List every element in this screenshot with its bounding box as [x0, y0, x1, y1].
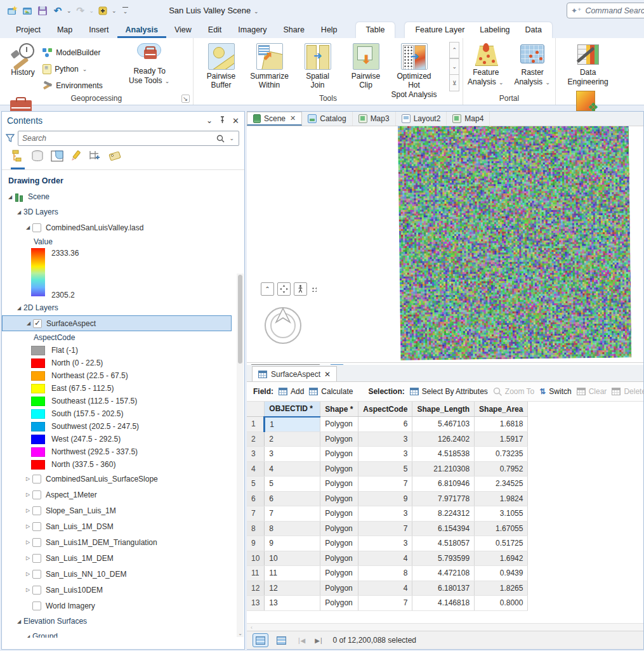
expander-icon[interactable]: ▷	[23, 539, 32, 545]
list-by-labeling-icon[interactable]	[108, 150, 123, 169]
legend-swatch[interactable]	[31, 409, 45, 419]
layer-name[interactable]: San_Luis10DEM	[46, 586, 103, 595]
row-selector[interactable]: 7	[247, 506, 265, 522]
gallery-item-optimized-hot-spot[interactable]: ➔Optimized HotSpot Analysis	[390, 43, 438, 99]
row-selector[interactable]: 3	[247, 447, 265, 462]
legend-swatch[interactable]	[31, 371, 45, 381]
table-corner-cell[interactable]	[247, 402, 265, 417]
legend-swatch[interactable]	[31, 346, 45, 355]
ribbon-tab-data[interactable]: Data	[518, 23, 549, 38]
cell-shapearea[interactable]: 1.6818	[475, 417, 528, 432]
layer-item-san-luis1m-dem-triangulation[interactable]: ▷San_Luis1M_DEM_Triangulation	[2, 534, 235, 550]
add-data-button[interactable]	[96, 3, 110, 18]
cell-objectid[interactable]: 11	[265, 566, 320, 581]
cell-aspectcode[interactable]: 8	[358, 566, 412, 581]
gallery-scroll-down-button[interactable]: ⌄	[449, 58, 459, 75]
table-horizontal-scrollbar[interactable]: ‹	[247, 623, 643, 631]
row-selector[interactable]: 5	[247, 477, 265, 492]
attribute-table-grid[interactable]: OBJECTID *Shape *AspectCodeShape_LengthS…	[247, 402, 643, 631]
row-selector[interactable]: 2	[247, 431, 265, 447]
table-row[interactable]: 1010Polygon45.7935991.6942	[247, 551, 528, 566]
layer-item-san-luis10dem[interactable]: ▷San_Luis10DEM	[2, 582, 235, 598]
cell-shapelength[interactable]: 4.518057	[412, 536, 475, 551]
layer-visibility-checkbox[interactable]	[32, 570, 41, 579]
layer-visibility-checkbox[interactable]	[32, 554, 41, 563]
cell-shapelength[interactable]: 4.472108	[412, 566, 475, 581]
cell-shape[interactable]: Polygon	[320, 477, 358, 492]
gallery-expand-button[interactable]: ⊻	[449, 75, 459, 91]
layer-name[interactable]: Slope_San_Luis_1M	[46, 506, 116, 515]
layer-visibility-checkbox[interactable]	[32, 602, 41, 610]
expander-icon[interactable]: ◢	[15, 619, 23, 624]
table-row[interactable]: 1212Polygon46.1801371.8265	[247, 581, 528, 596]
cell-shapearea[interactable]: 0.8000	[475, 596, 528, 611]
cell-shape[interactable]: Polygon	[320, 491, 358, 506]
ribbon-tab-map[interactable]: Map	[49, 23, 81, 38]
cell-objectid[interactable]: 3	[265, 447, 320, 462]
legend-swatch[interactable]	[31, 384, 45, 393]
cell-objectid[interactable]: 5	[265, 477, 320, 492]
close-pane-icon[interactable]: ✕	[232, 116, 239, 126]
row-selector[interactable]: 8	[247, 521, 265, 536]
view-tab-map4[interactable]: Map4	[447, 112, 490, 126]
layer-item-aspect-1meter[interactable]: ▷Aspect_1Meter	[2, 487, 235, 503]
ribbon-tab-share[interactable]: Share	[275, 23, 313, 38]
expander-icon[interactable]: ▷	[23, 523, 32, 529]
clear-selection-button[interactable]: Clear	[577, 387, 607, 396]
pin-icon[interactable]	[219, 116, 226, 126]
row-selector[interactable]: 9	[247, 536, 265, 551]
drag-handle-dots-icon[interactable]	[312, 287, 317, 292]
table-row[interactable]: 11Polygon65.4671031.6818	[247, 417, 528, 432]
layer-visibility-checkbox[interactable]	[32, 538, 41, 547]
modelbuilder-button[interactable]: ModelBuilder	[43, 46, 124, 60]
expander-icon[interactable]: ▷	[23, 587, 32, 593]
cell-shapelength[interactable]: 6.810946	[412, 477, 475, 492]
table-row[interactable]: 44Polygon521.2103080.7952	[247, 461, 528, 477]
cell-objectid[interactable]: 12	[265, 581, 320, 596]
cell-shape[interactable]: Polygon	[320, 596, 358, 611]
layer-visibility-checkbox[interactable]	[33, 319, 42, 328]
cell-aspectcode[interactable]: 4	[358, 551, 412, 566]
ribbon-tab-feature-layer[interactable]: Feature Layer	[407, 23, 472, 38]
calculate-field-button[interactable]: Calculate	[309, 387, 353, 396]
expander-icon[interactable]: ▷	[23, 476, 32, 482]
cell-shapelength[interactable]: 5.467103	[412, 417, 475, 432]
filter-icon[interactable]	[6, 134, 15, 143]
list-by-editing-icon[interactable]	[70, 150, 82, 169]
ready-to-use-tools-button[interactable]: Ready ToUse Tools ⌄	[126, 41, 173, 86]
cell-aspectcode[interactable]: 3	[358, 506, 412, 522]
tree-group-2d-layers[interactable]: ◢2D Layers	[2, 300, 235, 315]
gallery-item-spatial-join[interactable]: ➔SpatialJoin	[294, 43, 342, 90]
layer-name[interactable]: CombinedSanLuis_SurfaceSlope	[46, 475, 158, 483]
row-selector[interactable]: 1	[247, 417, 265, 432]
table-row[interactable]: 22Polygon3126.24021.5917	[247, 431, 528, 447]
redo-button[interactable]: ↷	[74, 3, 88, 18]
row-selector[interactable]: 10	[247, 551, 265, 566]
legend-swatch[interactable]	[31, 422, 45, 431]
tree-group-ground[interactable]: ◢Ground	[2, 629, 235, 638]
cell-shapelength[interactable]: 5.793599	[412, 551, 475, 566]
feature-analysis-button[interactable]: FeatureAnalysis ⌄	[464, 41, 508, 87]
table-row[interactable]: 66Polygon97.9717781.9824	[247, 491, 528, 506]
ribbon-tab-edit[interactable]: Edit	[200, 23, 230, 38]
layer-name[interactable]: CombinedSanLuisValley.lasd	[46, 223, 143, 232]
cell-shapearea[interactable]: 2.34525	[475, 477, 528, 492]
gallery-scroll-up-button[interactable]: ⌃	[449, 42, 459, 58]
delete-selected-button[interactable]: Delete	[612, 387, 644, 396]
cell-shapearea[interactable]: 3.1055	[475, 506, 528, 522]
close-view-icon[interactable]: ✕	[290, 114, 296, 122]
undo-button[interactable]: ↶	[51, 3, 65, 18]
cell-shapelength[interactable]: 6.180137	[412, 581, 475, 596]
last-record-icon[interactable]: ▶|	[315, 637, 322, 644]
cell-shapelength[interactable]: 4.518538	[412, 447, 475, 462]
show-selected-records-button[interactable]	[273, 633, 289, 647]
collapse-nav-icon[interactable]: ⌃	[261, 282, 274, 296]
cell-shape[interactable]: Polygon	[320, 431, 358, 447]
cell-shape[interactable]: Polygon	[320, 551, 358, 566]
layer-visibility-checkbox[interactable]	[32, 490, 41, 499]
layer-name[interactable]: San_Luis_NN_10_DEM	[46, 570, 126, 579]
walk-mode-icon[interactable]	[294, 282, 307, 296]
tree-group-label[interactable]: 3D Layers	[23, 207, 58, 216]
cell-objectid[interactable]: 13	[265, 596, 320, 611]
ribbon-tab-table[interactable]: Table	[358, 23, 393, 38]
